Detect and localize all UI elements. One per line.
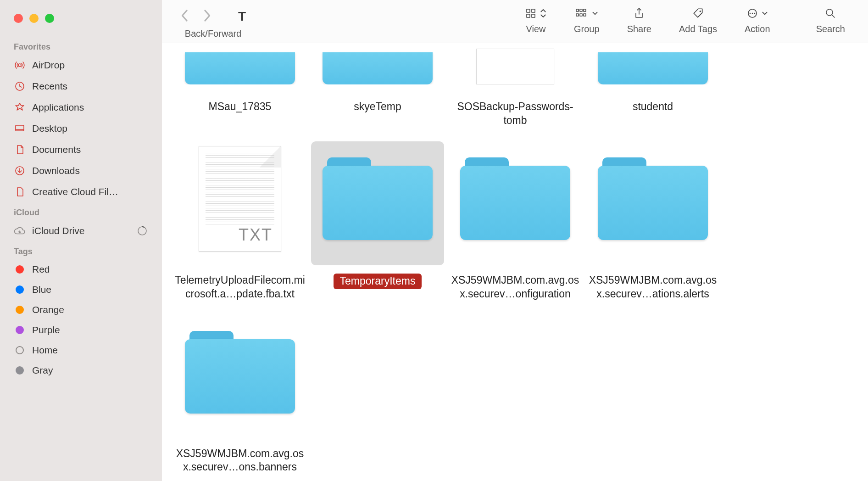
tag-dot-icon xyxy=(16,265,24,274)
folder-icon xyxy=(185,331,295,414)
zoom-window-button[interactable] xyxy=(45,14,54,23)
icloud-header: iCloud xyxy=(0,202,162,220)
window-controls xyxy=(0,14,162,37)
document-icon xyxy=(476,49,554,84)
svg-point-0 xyxy=(18,64,21,67)
sidebar: Favorites AirDrop Recents Applications D… xyxy=(0,0,162,481)
svg-rect-10 xyxy=(580,9,582,11)
forward-button[interactable] xyxy=(202,9,211,24)
svg-rect-9 xyxy=(576,9,579,11)
file-item-selected[interactable]: TemporaryItems xyxy=(309,137,446,306)
svg-rect-6 xyxy=(532,9,535,12)
file-item[interactable]: skyeTemp xyxy=(309,43,446,132)
favorites-header: Favorites xyxy=(0,37,162,55)
chevron-down-icon xyxy=(762,10,768,18)
file-name: skyeTemp xyxy=(354,100,401,114)
view-button[interactable]: View xyxy=(525,7,546,34)
svg-point-18 xyxy=(752,13,753,14)
sidebar-item-applications[interactable]: Applications xyxy=(0,97,162,118)
search-icon xyxy=(825,8,836,21)
stepper-icon xyxy=(540,8,546,21)
action-button[interactable]: Action xyxy=(745,7,770,34)
file-item[interactable]: XSJ59WMJBM.com.avg.osx.securev…onfigurat… xyxy=(446,137,584,306)
sidebar-item-label: AirDrop xyxy=(32,60,65,71)
finder-window: Favorites AirDrop Recents Applications D… xyxy=(0,0,868,481)
file-grid: MSau_17835 skyeTemp SOSBackup-Passwords-… xyxy=(162,43,868,481)
file-item[interactable]: XSJ59WMJBM.com.avg.osx.securev…ons.banne… xyxy=(171,310,309,479)
tag-orange[interactable]: Orange xyxy=(0,300,162,320)
grid-view-icon xyxy=(525,8,536,21)
svg-rect-5 xyxy=(527,9,530,12)
tag-gray[interactable]: Gray xyxy=(0,360,162,380)
minimize-window-button[interactable] xyxy=(29,14,39,23)
back-button[interactable] xyxy=(180,9,189,24)
action-icon xyxy=(747,8,758,21)
sidebar-item-label: Downloads xyxy=(32,165,80,176)
sidebar-item-creative-cloud[interactable]: Creative Cloud Fil… xyxy=(0,181,162,202)
file-name: MSau_17835 xyxy=(209,100,272,114)
text-file-icon: TXT xyxy=(199,146,281,252)
close-window-button[interactable] xyxy=(14,14,23,23)
file-name: XSJ59WMJBM.com.avg.osx.securev…onfigurat… xyxy=(450,274,580,301)
sidebar-item-label: Creative Cloud Fil… xyxy=(32,186,118,197)
svg-rect-14 xyxy=(584,14,586,16)
file-item[interactable]: XSJ59WMJBM.com.avg.osx.securev…ations.al… xyxy=(584,137,722,306)
tag-dot-icon xyxy=(16,346,24,354)
add-tags-button[interactable]: Add Tags xyxy=(679,7,717,34)
tag-label: Orange xyxy=(32,304,64,315)
svg-rect-8 xyxy=(532,14,535,17)
tag-red[interactable]: Red xyxy=(0,259,162,280)
tag-label: Blue xyxy=(32,284,51,295)
tag-dot-icon xyxy=(16,366,24,375)
sidebar-item-desktop[interactable]: Desktop xyxy=(0,118,162,139)
file-name: TemporaryItems xyxy=(334,274,422,289)
sidebar-item-documents[interactable]: Documents xyxy=(0,139,162,160)
icloud-progress-icon xyxy=(136,225,148,237)
share-button[interactable]: Share xyxy=(627,7,651,34)
svg-rect-7 xyxy=(527,14,530,17)
search-label: Search xyxy=(816,24,845,34)
action-label: Action xyxy=(745,24,770,34)
file-item[interactable]: MSau_17835 xyxy=(171,43,309,132)
airdrop-icon xyxy=(14,59,26,71)
group-icon xyxy=(575,8,588,21)
group-label: Group xyxy=(574,24,600,34)
tag-dot-icon xyxy=(16,326,24,334)
svg-rect-12 xyxy=(576,14,579,16)
tag-label: Home xyxy=(32,345,58,356)
file-name: SOSBackup-Passwords-tomb xyxy=(450,100,580,128)
icloud-drive-icon xyxy=(14,225,26,237)
tag-blue[interactable]: Blue xyxy=(0,280,162,300)
tag-dot-icon xyxy=(16,306,24,314)
creative-cloud-icon xyxy=(14,186,26,198)
search-button[interactable]: Search xyxy=(816,7,845,34)
tag-purple[interactable]: Purple xyxy=(0,320,162,340)
sidebar-item-label: Applications xyxy=(32,102,84,113)
downloads-icon xyxy=(14,165,26,177)
folder-icon xyxy=(598,157,708,240)
svg-point-17 xyxy=(750,13,751,14)
tag-label: Purple xyxy=(32,324,60,336)
sidebar-item-label: Documents xyxy=(32,144,81,155)
view-label: View xyxy=(526,24,546,34)
tag-home[interactable]: Home xyxy=(0,340,162,360)
file-item[interactable]: TXT TelemetryUploadFilecom.microsoft.a…p… xyxy=(171,137,309,306)
folder-icon xyxy=(323,52,433,84)
file-name: XSJ59WMJBM.com.avg.osx.securev…ations.al… xyxy=(588,274,718,301)
sidebar-item-airdrop[interactable]: AirDrop xyxy=(0,55,162,76)
tags-header: Tags xyxy=(0,241,162,259)
file-item[interactable]: studentd xyxy=(584,43,722,132)
file-name: XSJ59WMJBM.com.avg.osx.securev…ons.banne… xyxy=(175,447,305,475)
sidebar-item-downloads[interactable]: Downloads xyxy=(0,160,162,181)
sidebar-item-recents[interactable]: Recents xyxy=(0,76,162,97)
sidebar-item-label: Recents xyxy=(32,81,67,92)
file-extension-badge: TXT xyxy=(239,225,273,245)
recents-icon xyxy=(14,80,26,92)
share-label: Share xyxy=(627,24,651,34)
group-button[interactable]: Group xyxy=(574,7,600,34)
file-name: studentd xyxy=(633,100,673,114)
toolbar-left: T Back/Forward xyxy=(180,7,246,39)
file-item[interactable]: SOSBackup-Passwords-tomb xyxy=(446,43,584,132)
sidebar-item-icloud-drive[interactable]: iCloud Drive xyxy=(0,220,162,241)
svg-point-4 xyxy=(138,227,146,235)
